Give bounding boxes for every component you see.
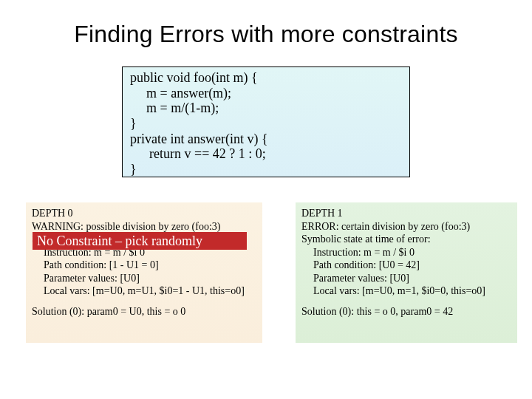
path-condition-text: Path condition: [U0 = 42] bbox=[301, 259, 511, 272]
parameter-values-text: Parameter values: [U0] bbox=[32, 272, 256, 285]
parameter-values-text: Parameter values: [U0] bbox=[301, 272, 511, 285]
code-line: } bbox=[130, 116, 403, 132]
depth-label: DEPTH 1 bbox=[301, 207, 511, 220]
instruction-text: Instruction: m = m / $i 0 bbox=[301, 246, 511, 259]
code-line: m = answer(m); bbox=[130, 86, 403, 101]
slide-title: Finding Errors with more constraints bbox=[0, 0, 532, 48]
local-vars-text: Local vars: [m=U0, m=1, $i0=0, this=o0] bbox=[301, 284, 511, 298]
code-line: private int answer(int v) { bbox=[130, 132, 403, 147]
code-line: return v == 42 ? 1 : 0; bbox=[130, 146, 403, 162]
code-line: m = m/(1-m); bbox=[130, 100, 403, 116]
path-condition-text: Path condition: [1 - U1 = 0] bbox=[32, 259, 256, 272]
code-line: } bbox=[130, 162, 403, 177]
local-vars-text: Local vars: [m=U0, m=U1, $i0=1 - U1, thi… bbox=[32, 284, 256, 298]
depth-label: DEPTH 0 bbox=[32, 207, 256, 220]
symbolic-state-text: Symbolic state at time of error: bbox=[301, 233, 511, 246]
warning-text: WARNING: possible division by zero (foo:… bbox=[32, 220, 256, 233]
no-constraint-callout: No Constraint – pick randomly bbox=[33, 232, 247, 250]
code-snippet: public void foo(int m) { m = answer(m); … bbox=[122, 66, 410, 177]
code-line: public void foo(int m) { bbox=[130, 70, 403, 86]
solution-text: Solution (0): this = o 0, param0 = 42 bbox=[301, 305, 511, 318]
error-text: ERROR: certain division by zero (foo:3) bbox=[301, 220, 511, 233]
depth0-panel: DEPTH 0 WARNING: possible division by ze… bbox=[26, 202, 262, 343]
depth1-panel: DEPTH 1 ERROR: certain division by zero … bbox=[296, 202, 517, 343]
solution-text: Solution (0): param0 = U0, this = o 0 bbox=[32, 305, 256, 318]
